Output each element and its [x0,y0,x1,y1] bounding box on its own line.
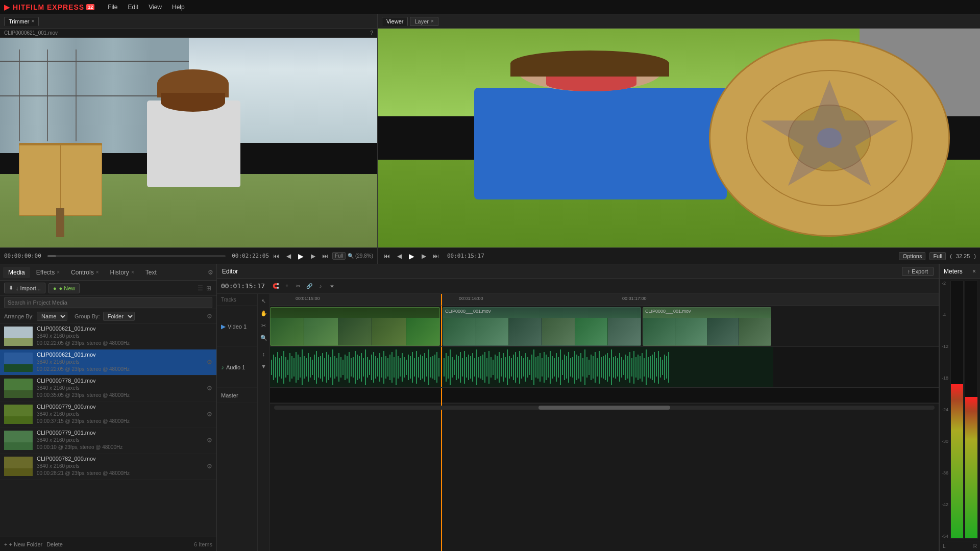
viewer-prev-btn[interactable]: ⏮ [382,251,392,261]
export-button[interactable]: ↑ Export [902,267,934,276]
arrange-settings-icon[interactable]: ⚙ [207,313,212,320]
svg-rect-48 [363,358,364,377]
import-button[interactable]: ⬇ ↓ Import... [4,283,45,293]
layer-tab-close[interactable]: × [431,18,434,24]
list-item[interactable]: CLIP0000779_000.mov 3840 x 2160 pixels00… [0,402,216,428]
scroll-track[interactable] [274,406,935,410]
editor-link-btn[interactable]: 🔗 [305,282,314,291]
viewer-tab[interactable]: Viewer [382,17,408,26]
svg-rect-158 [589,360,590,375]
new-button[interactable]: ● ● New [48,283,80,293]
svg-rect-79 [426,358,427,377]
step-back-btn[interactable]: ◀ [283,251,293,261]
editor-scissor-btn[interactable]: ✂ [293,282,303,291]
svg-rect-82 [432,356,433,379]
meters-panel: Meters × -2 -4 -12 -18 -24 -30 -36 -42 -… [939,264,980,551]
list-item[interactable]: CLIP0000621_001.mov 3840 x 2160 pixels00… [0,349,216,375]
prev-frame-btn[interactable]: ⏮ [271,251,281,261]
trimmer-panel: Trimmer × CLIP0000621_001.mov ? [0,14,378,264]
trimmer-scrub-bar[interactable] [47,255,226,257]
svg-rect-78 [424,353,425,382]
trimmer-help-icon[interactable]: ? [370,30,373,36]
video-clip-middle[interactable]: CLIP0000___001.mov [443,307,641,346]
search-input[interactable] [4,297,212,308]
trimmer-zoom-icon[interactable]: 🔍 (29.8%) [348,253,373,259]
tool-arrow[interactable]: ↖ [259,296,269,306]
layer-tab[interactable]: Layer × [410,17,438,26]
tool-down[interactable]: ▼ [259,361,269,371]
media-info-6: CLIP0000782_000.mov 3840 x 2160 pixels00… [37,456,203,477]
history-tab-close[interactable]: × [131,269,134,275]
new-folder-button[interactable]: + + New Folder [4,541,42,547]
svg-rect-9 [283,351,284,384]
svg-rect-139 [550,351,551,384]
svg-rect-104 [478,357,479,378]
controls-tab-close[interactable]: × [96,269,99,275]
clip-filmstrip-left [271,318,439,345]
media-gear-3[interactable]: ⚙ [207,385,212,392]
menu-file[interactable]: File [103,0,122,14]
video-clip-right[interactable]: CLIP0000___001.mov [643,307,771,346]
trimmer-tab-close[interactable]: × [32,18,35,24]
svg-rect-24 [314,355,315,380]
list-item[interactable]: CLIP0000782_000.mov 3840 x 2160 pixels00… [0,454,216,480]
menu-help[interactable]: Help [167,0,190,14]
svg-rect-134 [540,353,541,382]
arrange-by-select[interactable]: Name [37,312,67,321]
menu-view[interactable]: View [143,0,167,14]
meters-close-btn[interactable]: × [972,268,976,275]
list-view-icon[interactable]: ☰ [197,284,204,293]
timeline-scrollbar[interactable] [270,403,939,411]
editor-snap-btn[interactable]: 🧲 [271,282,280,291]
tool-hand[interactable]: ✋ [259,308,269,318]
svg-rect-176 [625,355,626,380]
tool-razor[interactable]: ✂ [259,320,269,331]
media-gear-4[interactable]: ⚙ [207,411,212,418]
viewer-next-btn[interactable]: ⏭ [431,251,441,261]
media-name-5: CLIP0000779_001.mov [37,430,203,436]
play-btn[interactable]: ▶ [296,251,306,261]
media-gear-5[interactable]: ⚙ [207,437,212,444]
trimmer-full-label[interactable]: Full [332,252,346,260]
audio-track-label: ♪ Audio 1 [217,347,257,388]
tab-history[interactable]: History × [105,267,139,278]
tab-effects[interactable]: Effects × [31,267,65,278]
media-gear-2[interactable]: ⚙ [207,359,212,366]
db-labels: -2 -4 -12 -18 -24 -30 -36 -42 -54 [942,281,949,539]
viewer-options-btn[interactable]: Options [899,252,925,260]
video-clip-left[interactable] [270,307,440,346]
timeline-ruler[interactable]: 00:01:15:00 00:01:16:00 00:01:17:00 [270,294,939,306]
db-label-neg12: -12 [942,344,948,349]
trimmer-tab[interactable]: Trimmer × [4,17,39,26]
viewer-step-fwd-btn[interactable]: ▶ [419,251,429,261]
svg-rect-51 [369,360,370,375]
viewer-full-btn[interactable]: Full [929,252,946,260]
editor-effects-btn[interactable]: ★ [327,282,336,291]
menu-edit[interactable]: Edit [122,0,143,14]
delete-button[interactable]: Delete [46,541,63,547]
step-forward-btn[interactable]: ▶ [308,251,318,261]
grid-view-icon[interactable]: ⊞ [205,284,212,293]
panel-settings-icon[interactable]: ⚙ [208,269,213,276]
effects-tab-close[interactable]: × [57,269,60,275]
meter-fill-left [951,384,963,538]
editor-add-btn[interactable]: + [282,282,291,291]
list-item[interactable]: CLIP0000779_001.mov 3840 x 2160 pixels00… [0,428,216,454]
tab-text[interactable]: Text [140,267,162,278]
group-by-select[interactable]: Folder [103,312,135,321]
svg-rect-89 [448,356,449,379]
tab-controls[interactable]: Controls × [66,267,104,278]
next-frame-btn[interactable]: ⏭ [320,251,330,261]
menu-bar: ▶ HITFILM EXPRESS 12 File Edit View Help [0,0,980,14]
svg-rect-97 [464,351,465,384]
tool-zoom[interactable]: 🔍 [259,333,269,343]
scroll-thumb[interactable] [538,406,671,410]
tab-media[interactable]: Media [3,267,30,278]
tool-spacer[interactable]: ↕ [259,349,269,359]
viewer-play-btn[interactable]: ▶ [406,251,416,261]
editor-audio-btn[interactable]: ♪ [316,282,325,291]
media-gear-6[interactable]: ⚙ [207,463,212,470]
viewer-step-back-btn[interactable]: ◀ [394,251,404,261]
list-item[interactable]: CLIP0000621_001.mov 3840 x 2160 pixels00… [0,323,216,349]
list-item[interactable]: CLIP0000778_001.mov 3840 x 2160 pixels00… [0,375,216,402]
